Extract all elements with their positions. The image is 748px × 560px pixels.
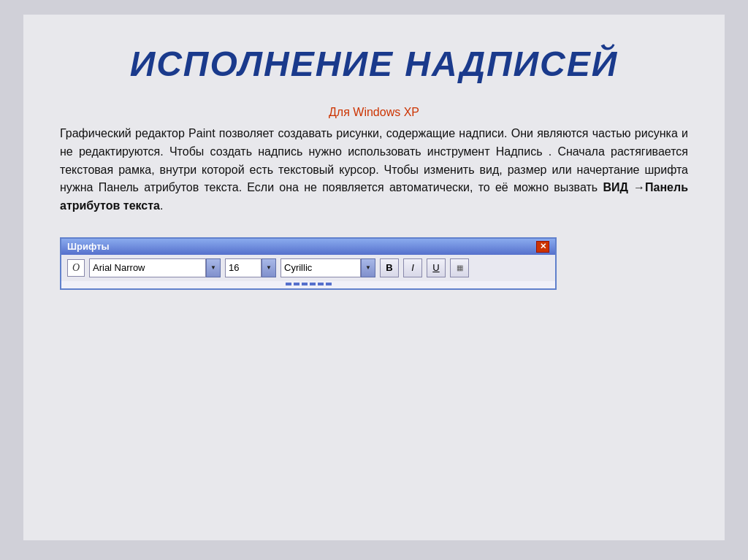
charset-group: Cyrillic: [280, 258, 375, 277]
end-dot: .: [160, 199, 163, 212]
main-title: ИСПОЛНЕНИЕ НАДПИСЕЙ: [60, 37, 688, 84]
font-panel-titlebar: Шрифты ✕: [61, 239, 555, 255]
cursor-dot-6: [326, 283, 332, 285]
font-size-arrow[interactable]: [262, 258, 276, 277]
font-name-dropdown[interactable]: Arial Narrow: [89, 258, 206, 277]
cursor-dot-5: [318, 283, 324, 285]
underline-button[interactable]: U: [427, 258, 446, 277]
charset-arrow[interactable]: [361, 258, 375, 277]
italic-button[interactable]: I: [403, 258, 422, 277]
cursor-dot-4: [310, 283, 316, 285]
charset-dropdown[interactable]: Cyrillic: [280, 258, 361, 277]
cursor-dot-2: [294, 283, 299, 285]
slide-container: ИСПОЛНЕНИЕ НАДПИСЕЙ Для Windows XP Графи…: [23, 15, 725, 540]
body-paragraph: Графический редактор Paint позволяет соз…: [60, 127, 688, 193]
subtitle: Для Windows XP: [60, 106, 688, 119]
bold-button[interactable]: B: [380, 258, 399, 277]
font-panel-body: O Arial Narrow 16 Cyrillic B I U ▦: [61, 255, 555, 281]
cursor-dot-3: [302, 283, 308, 285]
font-name-arrow[interactable]: [206, 258, 221, 277]
font-name-group: Arial Narrow: [89, 258, 221, 277]
font-size-dropdown[interactable]: 16: [225, 258, 262, 277]
close-button[interactable]: ✕: [536, 241, 549, 253]
font-size-group: 16: [225, 258, 276, 277]
cursor-dot-1: [286, 283, 291, 285]
cursor-dots: [61, 283, 555, 288]
font-icon: O: [67, 259, 85, 277]
font-panel: Шрифты ✕ O Arial Narrow 16 Cyrillic B: [60, 237, 557, 290]
strikethrough-button[interactable]: ▦: [450, 258, 469, 277]
font-panel-title: Шрифты: [67, 241, 110, 252]
body-text: Графический редактор Paint позволяет соз…: [60, 125, 688, 215]
font-panel-wrapper: Шрифты ✕ O Arial Narrow 16 Cyrillic B: [60, 237, 557, 290]
